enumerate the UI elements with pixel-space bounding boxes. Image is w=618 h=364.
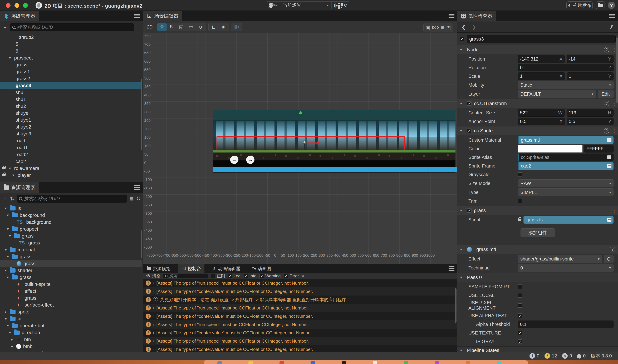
hierarchy-node-grass[interactable]: grass: [0, 61, 142, 68]
tab-hierarchy[interactable]: 层级管理器: [0, 11, 39, 21]
platform-select[interactable]: ▾: [266, 1, 280, 9]
help-icon[interactable]: ?: [610, 247, 615, 252]
help-icon[interactable]: ?: [604, 101, 609, 106]
filter-Log[interactable]: Log: [228, 273, 241, 278]
info-count[interactable]: i0: [529, 353, 539, 359]
hierarchy-menu-icon[interactable]: [134, 13, 140, 19]
anchor-tool-icon[interactable]: ∪: [196, 23, 206, 31]
more-icon[interactable]: ⋮: [612, 47, 615, 53]
anchor-x-field[interactable]: 0.5X: [518, 118, 565, 125]
section-sprite[interactable]: ▾ cc.Sprite ? ⋮: [457, 126, 618, 135]
coordinate-local-icon[interactable]: ◈: [219, 23, 228, 31]
rect-tool-icon[interactable]: ▭: [186, 23, 196, 31]
preview-qr-button[interactable]: [335, 1, 344, 9]
chevron-right-icon[interactable]: ▸: [11, 337, 16, 342]
rotation-z-field[interactable]: 0Z: [518, 64, 614, 71]
filter-Error[interactable]: Error: [284, 273, 299, 278]
hierarchy-node-prospect[interactable]: ▾prospect: [0, 54, 142, 61]
section-grass-script[interactable]: ▾ grass ⋮: [457, 206, 618, 215]
move-tool-icon[interactable]: ✥: [157, 23, 167, 31]
expand-icon[interactable]: ›: [153, 339, 154, 343]
asset-grass[interactable]: ▾grass: [0, 233, 142, 239]
color-swatch[interactable]: [518, 145, 582, 152]
hierarchy-node-shu1[interactable]: shu1: [0, 96, 142, 103]
console-menu-icon[interactable]: [449, 266, 454, 271]
console-log-row[interactable]: !›[Assets] The type of "run.speed" must …: [143, 320, 457, 329]
hierarchy-node-road1[interactable]: road1: [0, 144, 142, 151]
console-searchbox[interactable]: [163, 274, 208, 278]
scale-y-field[interactable]: 1Y: [566, 72, 614, 80]
dock-app-icon[interactable]: [497, 361, 501, 364]
asset-background[interactable]: ▾background: [0, 212, 142, 219]
console-log-row[interactable]: !›[Assets] The type of "conter.value" mu…: [143, 287, 457, 296]
hierarchy-node-road[interactable]: road: [0, 137, 142, 144]
scene-canvas[interactable]: 7507006506005505004504003503002502001501…: [143, 33, 457, 264]
scale-tool-icon[interactable]: ◱: [177, 23, 186, 31]
layer-edit-button[interactable]: Edit: [598, 90, 614, 98]
asset-btnb[interactable]: ▸btnb: [0, 343, 142, 350]
locate-effect-button[interactable]: [604, 255, 614, 263]
node-active-checkbox[interactable]: [460, 37, 464, 41]
type-select[interactable]: SIMPLE▾: [518, 188, 614, 196]
hierarchy-node-shu[interactable]: shu: [0, 89, 142, 96]
asset-ui[interactable]: ▾ui: [0, 315, 142, 322]
log-checkbox[interactable]: [228, 274, 232, 278]
help-button[interactable]: ?: [608, 2, 615, 9]
console-tab-动画图[interactable]: 动画图: [248, 264, 274, 273]
chevron-down-icon[interactable]: ▾: [7, 254, 12, 259]
section-uitransform[interactable]: ▾ cc.UITransform ? ⋮: [457, 99, 618, 108]
forward-icon[interactable]: ❯: [472, 24, 476, 30]
minimize-window-button[interactable]: [14, 3, 19, 8]
expand-icon[interactable]: ›: [153, 322, 154, 327]
asset-btn[interactable]: ▸➔btn: [0, 336, 142, 343]
asset-material[interactable]: ▾material: [0, 246, 142, 253]
console-log-row[interactable]: !2为更好地打开脚本，请在 偏好设置 -> 外部程序 -> 默认脚本编辑器 里配…: [143, 296, 457, 304]
hierarchy-searchbox[interactable]: [10, 23, 134, 31]
content-w-field[interactable]: 522W: [518, 109, 565, 117]
scene-menu-icon[interactable]: [449, 13, 454, 19]
dock-app-icon[interactable]: [310, 361, 315, 364]
warning-count[interactable]: !12: [544, 353, 557, 359]
asset-shader[interactable]: ▾shader: [0, 267, 142, 274]
refresh-assets-icon[interactable]: ↻: [136, 196, 141, 202]
scene-select[interactable]: 当前场景 ▾: [280, 1, 332, 9]
asset-builtin-sprite[interactable]: ✦builtin-sprite: [0, 281, 142, 288]
inspector-menu-icon[interactable]: [609, 13, 615, 19]
chevron-down-icon[interactable]: ▾: [7, 227, 12, 231]
console-scrollbar[interactable]: [455, 288, 457, 323]
asset-grass[interactable]: TSgrass: [0, 239, 142, 246]
expand-icon[interactable]: ›: [153, 347, 154, 352]
section-pass0[interactable]: ▾ Pass 0: [457, 273, 618, 282]
console-log-row[interactable]: !›[Assets] The type of "conter.value" mu…: [143, 329, 457, 337]
hierarchy-node-roleCamera[interactable]: ▾roleCamera: [0, 165, 142, 172]
toggle-2d-3d-button[interactable]: 2D: [145, 23, 154, 31]
script-field[interactable]: grass.ts: [523, 216, 614, 223]
regex-toggle[interactable]: 正则: [211, 273, 225, 279]
gizmo-settings-icon[interactable]: ✳: [440, 25, 444, 30]
chevron-right-icon[interactable]: ▸: [11, 344, 16, 349]
gizmo-up-arrow[interactable]: [298, 111, 303, 114]
hierarchy-node-grass3[interactable]: grass3: [0, 82, 142, 89]
scene-snapshot-icon[interactable]: ◳: [446, 25, 451, 30]
error-checkbox[interactable]: [284, 274, 288, 278]
grayscale-checkbox[interactable]: [518, 172, 522, 177]
asset-surface-effect[interactable]: ✦surface-effect: [0, 301, 142, 309]
console-tab-资源预览[interactable]: 资源预览: [143, 264, 174, 273]
close-window-button[interactable]: [6, 3, 11, 8]
chevron-down-icon[interactable]: ▾: [7, 324, 12, 328]
gizmo-right-arrow[interactable]: [307, 143, 317, 143]
chevron-down-icon[interactable]: ▾: [9, 166, 14, 171]
dock-app-icon[interactable]: [466, 361, 470, 364]
expand-icon[interactable]: ›: [153, 314, 154, 319]
notification-count[interactable]: 0: [577, 353, 586, 359]
move-left-button[interactable]: ←: [230, 156, 238, 164]
console-log-row[interactable]: !›[Assets] The type of "run.speed" must …: [143, 304, 457, 312]
hierarchy-search-input[interactable]: [17, 25, 132, 30]
sample-from-rt-checkbox[interactable]: [518, 285, 522, 289]
use-texture-checkbox[interactable]: [518, 331, 522, 335]
asset-prospect[interactable]: ▾prospect: [0, 226, 142, 233]
add-asset-button[interactable]: ＋: [2, 195, 8, 202]
console-log-row[interactable]: !›[Assets] The type of "run.speed" must …: [143, 279, 457, 287]
hierarchy-node-player[interactable]: ▾player: [0, 172, 142, 179]
dock-app-icon[interactable]: [248, 361, 253, 364]
